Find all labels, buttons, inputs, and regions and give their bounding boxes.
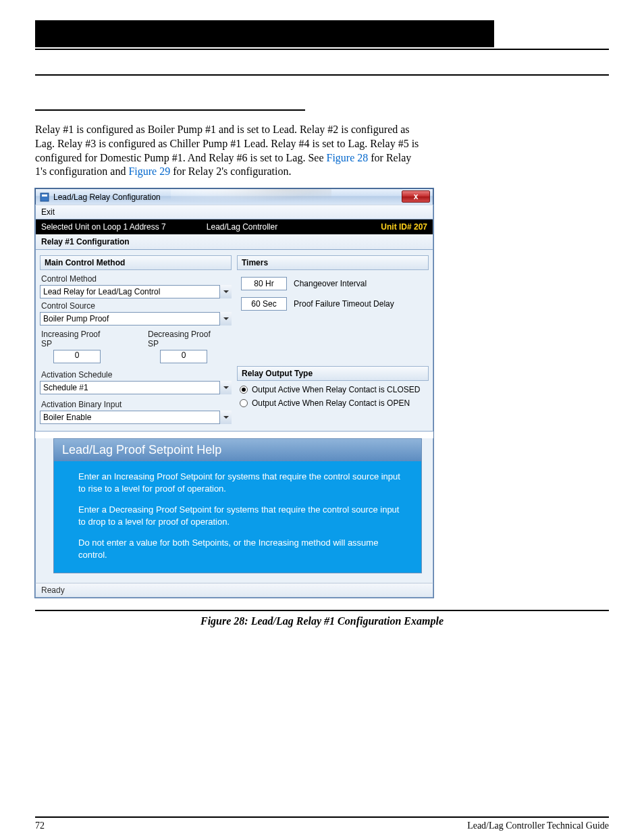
- activation-binary-label: Activation Binary Input: [41, 400, 230, 409]
- help-paragraph-2: Enter a Decreasing Proof Setpoint for sy…: [78, 504, 405, 527]
- proof-delay-label: Proof Failure Timeout Delay: [294, 299, 394, 309]
- proof-delay-value[interactable]: 60 Sec: [241, 297, 287, 311]
- dialog-window: Lead/Lag Relay Configuration x Exit Sele…: [35, 188, 433, 598]
- help-paragraph-1: Enter an Increasing Proof Setpoint for s…: [78, 471, 405, 494]
- control-method-label: Control Method: [41, 274, 230, 284]
- radio-unselected-icon: [240, 399, 248, 407]
- control-source-select[interactable]: [40, 312, 232, 325]
- help-body: Enter an Increasing Proof Setpoint for s…: [54, 461, 421, 573]
- titlebar-glare: [171, 189, 331, 205]
- changeover-label: Changeover Interval: [294, 279, 367, 288]
- activation-schedule-label: Activation Schedule: [41, 370, 230, 380]
- figure-caption: Figure 28: Lead/Lag Relay #1 Configurati…: [200, 615, 444, 627]
- page-header-banner: [35, 20, 494, 47]
- control-source-label: Control Source: [41, 301, 230, 311]
- menubar: Exit: [35, 205, 433, 219]
- increasing-sp-value[interactable]: 0: [53, 350, 101, 363]
- sub-rule: [35, 109, 305, 111]
- output-closed-option[interactable]: Output Active When Relay Contact is CLOS…: [240, 385, 429, 394]
- chevron-down-icon: [219, 381, 232, 394]
- strip-controller: Lead/Lag Controller: [207, 222, 277, 232]
- help-paragraph-3: Do not enter a value for both Setpoints,…: [78, 537, 405, 561]
- figure-29-link[interactable]: Figure 29: [128, 165, 170, 177]
- chevron-down-icon: [219, 312, 232, 325]
- footer-rule: [35, 816, 609, 818]
- status-bar: Ready: [35, 583, 433, 598]
- activation-schedule-select[interactable]: [40, 381, 232, 394]
- activation-binary-select[interactable]: [40, 411, 232, 424]
- left-column: Main Control Method Control Method Contr…: [40, 255, 232, 424]
- svg-rect-1: [42, 194, 47, 197]
- svg-rect-0: [41, 193, 49, 201]
- activation-binary-value[interactable]: [40, 411, 232, 424]
- activation-schedule-value[interactable]: [40, 381, 232, 394]
- header-rule: [35, 49, 609, 50]
- close-icon: x: [414, 192, 419, 201]
- body-text-3: for Relay 2's configuration.: [173, 165, 291, 177]
- control-source-value[interactable]: [40, 312, 232, 325]
- help-panel: Lead/Lag Proof Setpoint Help Enter an In…: [53, 438, 422, 573]
- page-footer: 72 Lead/Lag Controller Technical Guide: [35, 820, 609, 831]
- relay-output-header: Relay Output Type: [237, 366, 429, 381]
- status-text: Ready: [41, 585, 65, 595]
- window-title: Lead/Lag Relay Configuration: [53, 192, 161, 202]
- chevron-down-icon: [219, 411, 232, 424]
- changeover-value[interactable]: 80 Hr: [241, 277, 287, 290]
- relay-config-title: Relay #1 Configuration: [35, 234, 433, 250]
- decreasing-sp-label: Decreasing Proof SP: [148, 330, 219, 348]
- footer-page-number: 72: [35, 820, 45, 831]
- increasing-sp-label: Increasing Proof SP: [41, 330, 113, 348]
- output-open-label: Output Active When Relay Contact is OPEN: [252, 398, 410, 408]
- strip-unit-id: Unit ID# 207: [381, 222, 427, 232]
- info-strip: Selected Unit on Loop 1 Address 7 Lead/L…: [35, 219, 433, 234]
- control-method-value[interactable]: [40, 285, 232, 298]
- body-paragraph: Relay #1 is configured as Boiler Pump #1…: [35, 123, 420, 179]
- main-control-header: Main Control Method: [40, 255, 232, 270]
- output-closed-label: Output Active When Relay Contact is CLOS…: [252, 385, 420, 394]
- output-open-option[interactable]: Output Active When Relay Contact is OPEN: [240, 398, 429, 408]
- dialog-body: Main Control Method Control Method Contr…: [35, 250, 433, 432]
- menu-exit[interactable]: Exit: [41, 207, 55, 217]
- close-button[interactable]: x: [402, 190, 430, 203]
- app-icon: [40, 192, 49, 202]
- strip-selected-unit: Selected Unit on Loop 1 Address 7: [41, 222, 166, 232]
- radio-selected-icon: [240, 386, 248, 394]
- decreasing-sp-value[interactable]: 0: [160, 350, 207, 363]
- timers-header: Timers: [237, 255, 429, 270]
- right-column: Timers 80 Hr Changeover Interval 60 Sec …: [237, 255, 429, 424]
- figure-28-link[interactable]: Figure 28: [326, 152, 368, 163]
- section-rule: [35, 74, 609, 76]
- chevron-down-icon: [219, 285, 232, 298]
- footer-doc-title: Lead/Lag Controller Technical Guide: [467, 820, 609, 831]
- titlebar[interactable]: Lead/Lag Relay Configuration x: [35, 188, 433, 205]
- control-method-select[interactable]: [40, 285, 232, 298]
- help-title: Lead/Lag Proof Setpoint Help: [54, 439, 421, 461]
